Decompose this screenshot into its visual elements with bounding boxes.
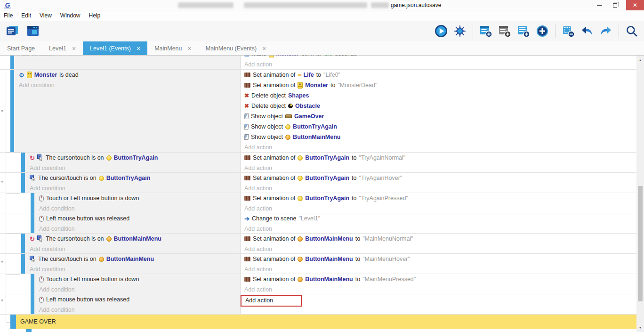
scroll-down-icon[interactable]: ▼ — [636, 324, 644, 331]
event-handle[interactable] — [21, 173, 25, 193]
event-clipped-top: Add condition Make Monster blink for 1.5… — [0, 56, 636, 70]
event-handle[interactable] — [21, 254, 25, 274]
action-set-animation-life[interactable]: Set animation of ••• Life to "Life0" — [241, 70, 636, 80]
event-handle[interactable] — [10, 315, 16, 329]
action-set-animation-monster[interactable]: Set animation of Monster to "MonsterDead… — [241, 80, 636, 90]
action-text: to — [355, 256, 360, 262]
tree-expander-icon[interactable]: ▾ — [1, 259, 7, 265]
tab-level1-events[interactable]: Level1 (Events) × — [83, 41, 147, 55]
event-handle[interactable] — [31, 294, 34, 314]
action-make-monster-blink[interactable]: Make Monster blink for 1.5 seconds — [241, 56, 636, 59]
event-handle[interactable] — [10, 56, 14, 69]
event-handle[interactable] — [31, 274, 34, 294]
conditions-cell: Touch or Left mouse button is down Add c… — [34, 274, 241, 294]
action-set-animation-tryagain-pressed[interactable]: Set animation of ButtonTryAgain to "TryA… — [241, 193, 636, 203]
add-condition-link[interactable]: Add condition — [14, 56, 240, 59]
menu-window[interactable]: Window — [56, 10, 85, 21]
add-action-link[interactable]: Add action — [241, 264, 636, 274]
events-sheet-icon[interactable] — [4, 22, 21, 40]
search-button[interactable] — [623, 22, 640, 40]
add-action-label: Add action — [244, 61, 272, 68]
action-show-buttonmainmenu[interactable]: Show object ButtonMainMenu — [241, 132, 636, 142]
scroll-up-icon[interactable]: ▲ — [636, 57, 644, 64]
add-action-link[interactable]: Add action — [241, 163, 636, 172]
menu-help[interactable]: Help — [85, 10, 105, 21]
debug-button[interactable] — [451, 22, 468, 40]
tab-mainmenu[interactable]: MainMenu × — [147, 41, 199, 55]
add-action-link[interactable]: Add action — [241, 203, 636, 213]
event-handle[interactable] — [26, 329, 32, 332]
menu-file[interactable]: File — [0, 10, 17, 21]
tab-close-icon[interactable]: × — [137, 45, 140, 52]
add-action-link[interactable]: Add action — [241, 284, 636, 294]
add-condition-link[interactable]: Add condition — [34, 224, 240, 233]
vertical-scrollbar[interactable]: ▲ ▼ — [636, 56, 644, 332]
tree-expander-icon[interactable]: ▾ — [1, 108, 7, 114]
remove-event-button[interactable] — [560, 22, 577, 40]
condition-cursor-on-mainmenu[interactable]: The cursor/touch is on ButtonMainMenu — [25, 254, 240, 264]
minimize-button[interactable] — [592, 0, 606, 10]
condition-cursor-on-tryagain[interactable]: The cursor/touch is on ButtonTryAgain — [25, 173, 240, 183]
add-condition-link[interactable]: Add condition — [34, 305, 240, 314]
add-comment-button[interactable] — [496, 22, 513, 40]
tab-mainmenu-events[interactable]: MainMenu (Events) × — [199, 41, 274, 55]
condition-mouse-released[interactable]: Left mouse button was released — [34, 294, 240, 305]
add-condition-link[interactable]: Add condition — [25, 163, 240, 172]
animation-icon — [244, 155, 250, 160]
action-show-gameover[interactable]: Show object GameOver — [241, 111, 636, 121]
action-change-scene-level1[interactable]: ➔ Change to scene "Level1" — [241, 213, 636, 224]
add-extension-button[interactable] — [534, 22, 551, 40]
menu-edit[interactable]: Edit — [17, 10, 35, 21]
action-set-animation-tryagain-normal[interactable]: Set animation of ButtonTryAgain to "TryA… — [241, 153, 636, 163]
animation-icon — [244, 236, 250, 241]
tree-expander-icon[interactable]: ▾ — [1, 298, 7, 303]
tab-close-icon[interactable]: × — [72, 45, 76, 52]
tab-level1[interactable]: Level1 × — [42, 41, 83, 55]
condition-mouse-released[interactable]: Left mouse button was released — [34, 213, 240, 224]
add-action-link[interactable]: Add action — [241, 244, 636, 253]
event-handle[interactable] — [21, 234, 25, 253]
play-button[interactable] — [433, 22, 450, 40]
add-condition-link[interactable]: Add condition — [14, 80, 240, 90]
add-action-link[interactable]: Add action — [241, 59, 636, 69]
event-handle[interactable] — [21, 153, 25, 172]
add-subevent-button[interactable] — [515, 22, 532, 40]
action-delete-shapes[interactable]: ✖ Delete object Shapes — [241, 90, 636, 101]
add-condition-link[interactable]: Add condition — [34, 203, 240, 213]
condition-monster-is-dead[interactable]: ⚙ Monster is dead — [14, 70, 240, 80]
action-set-animation-tryagain-hover[interactable]: Set animation of ButtonTryAgain to "TryA… — [241, 173, 636, 183]
tab-start-page[interactable]: Start Page — [0, 41, 42, 55]
add-action-link[interactable]: Add action — [241, 183, 636, 193]
action-show-buttontryagain[interactable]: Show object ButtonTryAgain — [241, 121, 636, 132]
action-set-animation-mainmenu-hover[interactable]: Set animation of ButtonMainMenu to "Main… — [241, 254, 636, 264]
close-button[interactable]: ✕ — [626, 0, 644, 10]
add-condition-link[interactable]: Add condition — [25, 244, 240, 253]
restore-button[interactable] — [608, 0, 622, 10]
tree-expander-icon[interactable]: ▾ — [1, 179, 7, 185]
action-delete-obstacle[interactable]: ✖ Delete object Obstacle — [241, 101, 636, 111]
add-event-button[interactable] — [477, 22, 494, 40]
scene-editor-icon[interactable] — [24, 22, 41, 40]
tab-close-icon[interactable]: × — [188, 45, 192, 52]
condition-mouse-down[interactable]: Touch or Left mouse button is down — [34, 193, 240, 203]
add-condition-link[interactable]: Add condition — [25, 183, 240, 193]
action-set-animation-mainmenu-normal[interactable]: Set animation of ButtonMainMenu to "Main… — [241, 234, 636, 244]
condition-mouse-down[interactable]: Touch or Left mouse button is down — [34, 274, 240, 284]
add-action-link[interactable]: Add action — [241, 224, 636, 233]
event-handle[interactable] — [31, 213, 34, 233]
tab-close-icon[interactable]: × — [262, 45, 266, 52]
event-handle[interactable] — [10, 70, 14, 152]
scrollbar-thumb[interactable] — [638, 186, 643, 301]
menu-view[interactable]: View — [35, 10, 56, 21]
comment-body[interactable]: GAME OVER — [16, 315, 636, 329]
action-set-animation-mainmenu-pressed[interactable]: Set animation of ButtonMainMenu to "Main… — [241, 274, 636, 284]
add-action-link[interactable]: Add action — [241, 142, 636, 152]
redo-button[interactable] — [597, 22, 614, 40]
add-action-link-highlighted[interactable]: Add action — [241, 295, 302, 307]
add-condition-link[interactable]: Add condition — [25, 264, 240, 274]
condition-cursor-on-mainmenu-inverted[interactable]: ↻ The cursor/touch is on ButtonMainMenu — [25, 234, 240, 244]
event-handle[interactable] — [31, 193, 34, 213]
condition-cursor-on-tryagain-inverted[interactable]: ↻ The cursor/touch is on ButtonTryAgain — [25, 153, 240, 163]
add-condition-link[interactable]: Add condition — [34, 284, 240, 294]
undo-button[interactable] — [579, 22, 596, 40]
